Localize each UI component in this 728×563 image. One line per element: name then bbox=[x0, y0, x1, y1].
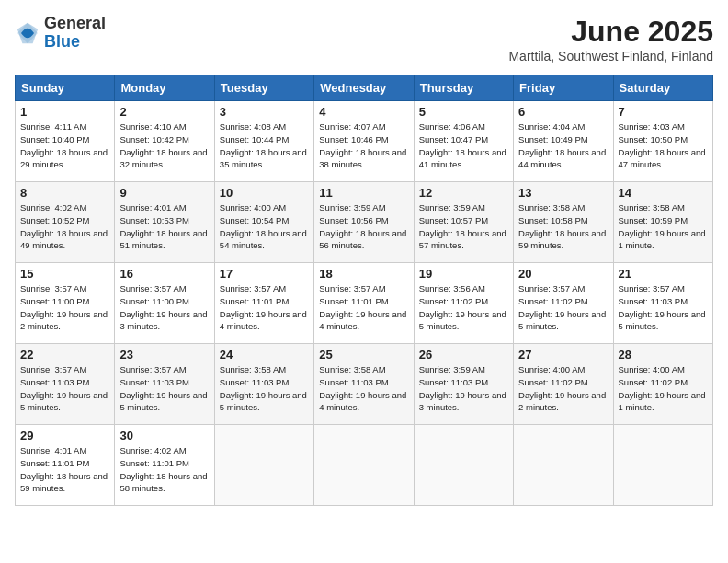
day-info: Sunrise: 4:02 AMSunset: 10:52 PMDaylight… bbox=[20, 201, 109, 252]
day-number: 16 bbox=[119, 267, 209, 281]
calendar-cell bbox=[613, 425, 712, 506]
day-info: Sunrise: 3:58 AMSunset: 11:03 PMDaylight… bbox=[220, 363, 309, 414]
day-number: 6 bbox=[518, 105, 608, 119]
calendar-cell: 2Sunrise: 4:10 AMSunset: 10:42 PMDayligh… bbox=[115, 101, 214, 182]
day-info: Sunrise: 3:57 AMSunset: 11:03 PMDaylight… bbox=[619, 282, 708, 333]
calendar-week-row: 22Sunrise: 3:57 AMSunset: 11:03 PMDaylig… bbox=[16, 344, 713, 425]
day-number: 28 bbox=[619, 348, 708, 362]
calendar-cell: 3Sunrise: 4:08 AMSunset: 10:44 PMDayligh… bbox=[214, 101, 313, 182]
day-number: 4 bbox=[319, 105, 408, 119]
calendar-cell: 14Sunrise: 3:58 AMSunset: 10:59 PMDaylig… bbox=[613, 182, 712, 263]
day-number: 7 bbox=[619, 105, 708, 119]
calendar-cell: 28Sunrise: 4:00 AMSunset: 11:02 PMDaylig… bbox=[613, 344, 712, 425]
day-info: Sunrise: 4:03 AMSunset: 10:50 PMDaylight… bbox=[619, 121, 708, 171]
calendar-cell: 27Sunrise: 4:00 AMSunset: 11:02 PMDaylig… bbox=[514, 344, 613, 425]
day-info: Sunrise: 4:00 AMSunset: 11:02 PMDaylight… bbox=[518, 363, 608, 414]
calendar-header-friday: Friday bbox=[514, 75, 613, 101]
calendar-cell bbox=[314, 425, 414, 506]
day-info: Sunrise: 3:57 AMSunset: 11:01 PMDaylight… bbox=[220, 282, 309, 333]
day-info: Sunrise: 3:57 AMSunset: 11:00 PMDaylight… bbox=[20, 282, 109, 333]
day-number: 29 bbox=[20, 429, 109, 442]
calendar-cell: 30Sunrise: 4:02 AMSunset: 11:01 PMDaylig… bbox=[115, 425, 214, 506]
calendar-cell: 4Sunrise: 4:07 AMSunset: 10:46 PMDayligh… bbox=[314, 101, 414, 182]
day-number: 17 bbox=[220, 267, 309, 281]
day-number: 11 bbox=[319, 186, 408, 200]
calendar-cell: 20Sunrise: 3:57 AMSunset: 11:02 PMDaylig… bbox=[514, 263, 613, 344]
day-info: Sunrise: 4:02 AMSunset: 11:01 PMDaylight… bbox=[119, 444, 209, 495]
calendar-week-row: 15Sunrise: 3:57 AMSunset: 11:00 PMDaylig… bbox=[16, 263, 713, 344]
calendar-header-thursday: Thursday bbox=[414, 75, 513, 101]
day-number: 20 bbox=[518, 267, 608, 281]
day-info: Sunrise: 3:56 AMSunset: 11:02 PMDaylight… bbox=[419, 282, 508, 333]
day-number: 24 bbox=[220, 348, 309, 362]
day-number: 13 bbox=[518, 186, 608, 200]
day-number: 3 bbox=[220, 105, 309, 119]
month-title: June 2025 bbox=[508, 15, 713, 49]
calendar-cell: 6Sunrise: 4:04 AMSunset: 10:49 PMDayligh… bbox=[514, 101, 613, 182]
calendar-cell: 15Sunrise: 3:57 AMSunset: 11:00 PMDaylig… bbox=[16, 263, 115, 344]
day-info: Sunrise: 3:58 AMSunset: 11:03 PMDaylight… bbox=[319, 363, 408, 414]
day-number: 27 bbox=[518, 348, 608, 362]
day-info: Sunrise: 3:57 AMSunset: 11:03 PMDaylight… bbox=[119, 363, 209, 414]
day-number: 15 bbox=[20, 267, 109, 281]
calendar-header-monday: Monday bbox=[115, 75, 214, 101]
calendar-cell: 11Sunrise: 3:59 AMSunset: 10:56 PMDaylig… bbox=[314, 182, 414, 263]
title-block: June 2025 Marttila, Southwest Finland, F… bbox=[508, 15, 713, 63]
day-number: 19 bbox=[419, 267, 508, 281]
calendar-cell: 29Sunrise: 4:01 AMSunset: 11:01 PMDaylig… bbox=[16, 425, 115, 506]
calendar-cell: 7Sunrise: 4:03 AMSunset: 10:50 PMDayligh… bbox=[613, 101, 712, 182]
day-info: Sunrise: 3:57 AMSunset: 11:01 PMDaylight… bbox=[319, 282, 408, 333]
day-info: Sunrise: 3:57 AMSunset: 11:03 PMDaylight… bbox=[20, 363, 109, 414]
calendar-header-tuesday: Tuesday bbox=[214, 75, 313, 101]
day-number: 1 bbox=[20, 105, 109, 119]
day-number: 25 bbox=[319, 348, 408, 362]
day-number: 21 bbox=[619, 267, 708, 281]
calendar-cell bbox=[514, 425, 613, 506]
day-number: 5 bbox=[419, 105, 508, 119]
page-header: General Blue June 2025 Marttila, Southwe… bbox=[15, 15, 713, 63]
day-info: Sunrise: 3:59 AMSunset: 10:57 PMDaylight… bbox=[419, 201, 508, 252]
day-info: Sunrise: 3:57 AMSunset: 11:02 PMDaylight… bbox=[518, 282, 608, 333]
day-number: 2 bbox=[119, 105, 209, 119]
calendar-cell: 24Sunrise: 3:58 AMSunset: 11:03 PMDaylig… bbox=[214, 344, 313, 425]
logo-general-text: General bbox=[44, 14, 106, 32]
calendar-header-row: SundayMondayTuesdayWednesdayThursdayFrid… bbox=[16, 75, 713, 101]
calendar-cell: 19Sunrise: 3:56 AMSunset: 11:02 PMDaylig… bbox=[414, 263, 513, 344]
logo: General Blue bbox=[15, 15, 106, 52]
logo-icon bbox=[15, 20, 40, 46]
day-info: Sunrise: 3:58 AMSunset: 10:58 PMDaylight… bbox=[518, 201, 608, 252]
day-info: Sunrise: 4:11 AMSunset: 10:40 PMDaylight… bbox=[20, 121, 109, 171]
calendar-week-row: 8Sunrise: 4:02 AMSunset: 10:52 PMDayligh… bbox=[16, 182, 713, 263]
day-number: 14 bbox=[619, 186, 708, 200]
day-number: 18 bbox=[319, 267, 408, 281]
calendar-cell: 13Sunrise: 3:58 AMSunset: 10:58 PMDaylig… bbox=[514, 182, 613, 263]
calendar-cell: 5Sunrise: 4:06 AMSunset: 10:47 PMDayligh… bbox=[414, 101, 513, 182]
day-info: Sunrise: 3:58 AMSunset: 10:59 PMDaylight… bbox=[619, 201, 708, 252]
calendar-cell bbox=[414, 425, 513, 506]
calendar-cell bbox=[214, 425, 313, 506]
day-info: Sunrise: 4:00 AMSunset: 10:54 PMDaylight… bbox=[220, 201, 309, 252]
day-info: Sunrise: 3:59 AMSunset: 10:56 PMDaylight… bbox=[319, 201, 408, 252]
day-number: 10 bbox=[220, 186, 309, 200]
day-info: Sunrise: 4:01 AMSunset: 10:53 PMDaylight… bbox=[119, 201, 209, 252]
calendar-header-sunday: Sunday bbox=[16, 75, 115, 101]
day-info: Sunrise: 4:08 AMSunset: 10:44 PMDaylight… bbox=[220, 121, 309, 171]
calendar-header-wednesday: Wednesday bbox=[314, 75, 414, 101]
calendar-cell: 1Sunrise: 4:11 AMSunset: 10:40 PMDayligh… bbox=[16, 101, 115, 182]
day-info: Sunrise: 4:07 AMSunset: 10:46 PMDaylight… bbox=[319, 121, 408, 171]
day-number: 23 bbox=[119, 348, 209, 362]
calendar-week-row: 1Sunrise: 4:11 AMSunset: 10:40 PMDayligh… bbox=[16, 101, 713, 182]
calendar-cell: 16Sunrise: 3:57 AMSunset: 11:00 PMDaylig… bbox=[115, 263, 214, 344]
calendar-cell: 18Sunrise: 3:57 AMSunset: 11:01 PMDaylig… bbox=[314, 263, 414, 344]
calendar-cell: 10Sunrise: 4:00 AMSunset: 10:54 PMDaylig… bbox=[214, 182, 313, 263]
calendar-cell: 9Sunrise: 4:01 AMSunset: 10:53 PMDayligh… bbox=[115, 182, 214, 263]
calendar-week-row: 29Sunrise: 4:01 AMSunset: 11:01 PMDaylig… bbox=[16, 425, 713, 506]
calendar-cell: 21Sunrise: 3:57 AMSunset: 11:03 PMDaylig… bbox=[613, 263, 712, 344]
calendar-header-saturday: Saturday bbox=[613, 75, 712, 101]
calendar-cell: 17Sunrise: 3:57 AMSunset: 11:01 PMDaylig… bbox=[214, 263, 313, 344]
day-number: 8 bbox=[20, 186, 109, 200]
day-number: 30 bbox=[119, 429, 209, 442]
day-number: 9 bbox=[119, 186, 209, 200]
calendar-cell: 26Sunrise: 3:59 AMSunset: 11:03 PMDaylig… bbox=[414, 344, 513, 425]
day-info: Sunrise: 3:57 AMSunset: 11:00 PMDaylight… bbox=[119, 282, 209, 333]
